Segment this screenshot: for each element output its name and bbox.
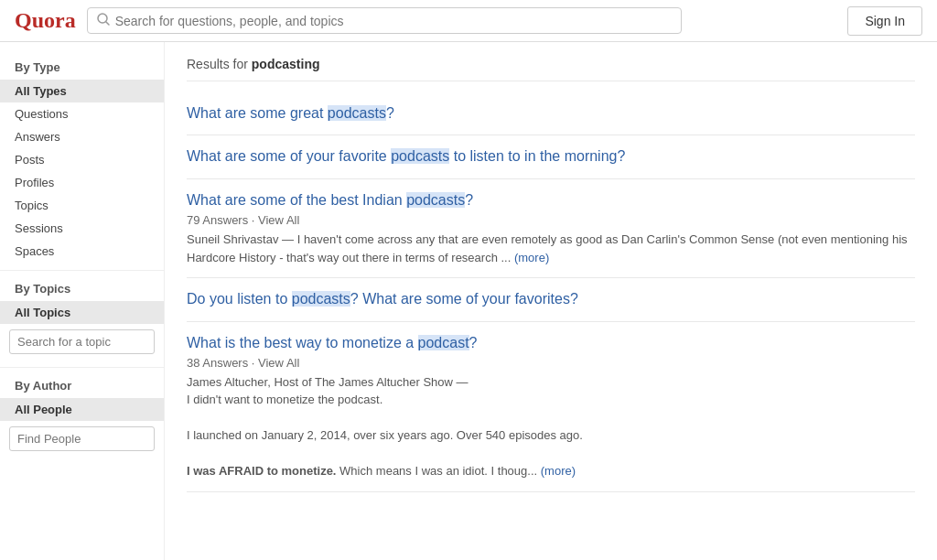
sidebar-type-item[interactable]: Profiles: [0, 171, 164, 194]
svg-line-1: [106, 22, 109, 25]
result-link[interactable]: Do you listen to podcasts? What are some…: [187, 291, 578, 307]
result-item: Do you listen to podcasts? What are some…: [187, 278, 915, 321]
content-area: Results for podcasting What are some gre…: [165, 42, 937, 560]
type-filter-list: All TypesQuestionsAnswersPostsProfilesTo…: [0, 80, 164, 263]
all-topics-item[interactable]: All Topics: [0, 301, 164, 324]
search-topic-input[interactable]: [9, 329, 155, 354]
result-item: What are some of your favorite podcasts …: [187, 135, 915, 178]
result-snippet: Suneil Shrivastav — I haven't come acros…: [187, 231, 915, 266]
sign-in-button[interactable]: Sign In: [847, 6, 922, 36]
result-item: What are some of the best Indian podcast…: [187, 179, 915, 278]
search-icon: [97, 13, 110, 28]
sidebar-type-item[interactable]: Answers: [0, 125, 164, 148]
result-link[interactable]: What is the best way to monetize a podca…: [187, 335, 478, 350]
result-meta: 38 Answers · View All: [187, 356, 915, 370]
sidebar-type-item[interactable]: Questions: [0, 102, 164, 125]
result-item: What is the best way to monetize a podca…: [187, 322, 915, 492]
result-link[interactable]: What are some of your favorite podcasts …: [187, 148, 625, 164]
results-list: What are some great podcasts?What are so…: [187, 92, 915, 492]
by-author-section-title: By Author: [0, 375, 164, 398]
sidebar-divider-2: [0, 367, 164, 368]
sidebar-type-item[interactable]: Topics: [0, 194, 164, 217]
result-meta: 79 Answers · View All: [187, 213, 915, 227]
quora-logo[interactable]: Quora: [15, 8, 76, 33]
result-snippet: James Altucher, Host of The James Altuch…: [187, 373, 915, 480]
result-item: What are some great podcasts?: [187, 92, 915, 135]
results-header: Results for podcasting: [187, 57, 915, 81]
sidebar-type-item[interactable]: All Types: [0, 80, 164, 102]
result-more-link[interactable]: (more): [541, 464, 576, 478]
result-link[interactable]: What are some great podcasts?: [187, 105, 394, 121]
find-people-input[interactable]: [9, 426, 155, 451]
result-more-link[interactable]: (more): [514, 251, 549, 264]
sidebar: By Type All TypesQuestionsAnswersPostsPr…: [0, 42, 165, 560]
result-link[interactable]: What are some of the best Indian podcast…: [187, 192, 473, 208]
sidebar-type-item[interactable]: Posts: [0, 148, 164, 171]
by-type-section-title: By Type: [0, 57, 164, 80]
search-bar: [87, 7, 682, 34]
search-input[interactable]: [115, 14, 672, 28]
sidebar-type-item[interactable]: Sessions: [0, 217, 164, 240]
sidebar-divider-1: [0, 270, 164, 271]
all-people-item[interactable]: All People: [0, 398, 164, 421]
sidebar-type-item[interactable]: Spaces: [0, 240, 164, 263]
by-topics-section-title: By Topics: [0, 278, 164, 301]
